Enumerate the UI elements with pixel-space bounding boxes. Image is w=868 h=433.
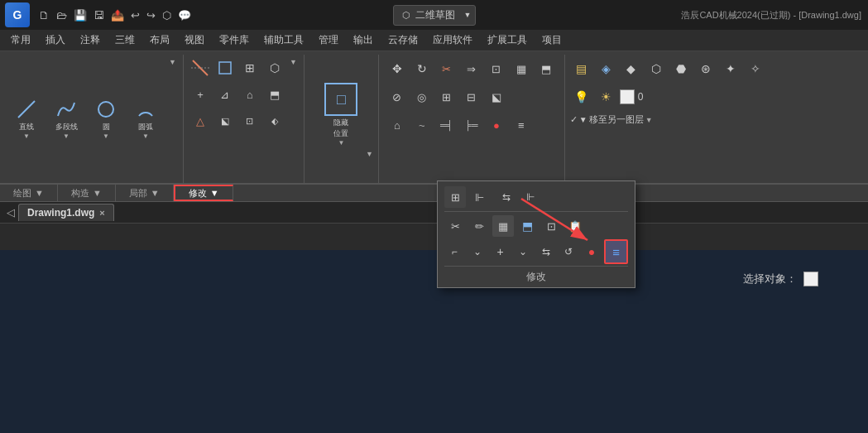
tool-polyline[interactable]: 多段线 ▼ [48, 95, 84, 142]
dd-tool-scissors[interactable]: ✂ [444, 215, 466, 237]
section-draw[interactable]: 绘图▼ [0, 185, 58, 201]
dd-tool-clipboard[interactable]: 📋 [564, 215, 586, 237]
menu-3d[interactable]: 三维 [108, 31, 142, 50]
draw-expand[interactable]: ▼ [167, 56, 178, 68]
layer-dropdown[interactable]: ✓ ▼ 移至另一图层 [570, 113, 644, 126]
tool-m6[interactable]: ▦ [510, 57, 533, 80]
drawing-tab-prev[interactable]: ◁ [3, 204, 18, 220]
dd-header-icon3[interactable]: ⇆ [496, 186, 517, 208]
dd-tool-grid2[interactable]: ⬒ [516, 215, 538, 237]
tool-m11[interactable]: ⊟ [460, 85, 483, 108]
tool-layer-bulb[interactable]: 💡 [570, 85, 593, 108]
tool-line[interactable]: 直线 ▼ [8, 95, 45, 142]
drawing-tab-close[interactable]: × [99, 208, 104, 218]
tool-layer8[interactable]: ✧ [744, 57, 767, 80]
tool-c4[interactable]: ⬒ [263, 83, 286, 106]
dd-tool-plus[interactable]: + [490, 241, 511, 262]
tool-m18[interactable]: ≡ [510, 113, 533, 137]
menu-note[interactable]: 注释 [73, 31, 108, 50]
redo-icon[interactable]: ↪ [144, 7, 158, 23]
tool-layer5[interactable]: ⬣ [669, 57, 693, 80]
menu-parts[interactable]: 零件库 [212, 31, 257, 50]
tool-c7[interactable]: ⊡ [238, 109, 261, 132]
menu-changyong[interactable]: 常用 [3, 31, 38, 50]
tool-construct3[interactable]: ⊞ [238, 56, 261, 79]
layers-icon[interactable]: ⬡ [160, 7, 174, 23]
section-local[interactable]: 局部▼ [116, 185, 174, 201]
tool-trim[interactable]: ✂ [435, 57, 458, 80]
dd-header-icon1[interactable]: ⊞ [444, 186, 466, 208]
dd-tool-corner[interactable]: ⌐ [444, 241, 465, 262]
tool-m13[interactable]: ⌂ [386, 113, 409, 137]
new-icon[interactable]: 🗋 [36, 7, 52, 23]
menu-project[interactable]: 项目 [535, 31, 569, 50]
save-as-icon[interactable]: 🖫 [91, 7, 107, 23]
tool-layer2[interactable]: ◈ [595, 57, 618, 80]
tool-c3[interactable]: ⌂ [238, 83, 261, 106]
drawing-area[interactable] [0, 250, 868, 433]
menu-assist[interactable]: 辅助工具 [257, 31, 311, 50]
tool-construct-line[interactable] [189, 56, 212, 79]
dd-tool-red-circle[interactable]: ● [582, 241, 602, 262]
dd-tool-arrows[interactable]: ⇆ [536, 241, 557, 262]
tool-construct4[interactable]: ⬡ [263, 56, 286, 79]
comment-icon[interactable]: 💬 [175, 7, 194, 23]
expand-hide[interactable]: ▼ [366, 150, 373, 158]
tool-rotate[interactable]: ↻ [410, 57, 434, 80]
open-icon[interactable]: 🗁 [54, 7, 70, 23]
tool-c5[interactable]: △ [189, 109, 212, 132]
tool-layer4[interactable]: ⬡ [645, 57, 668, 80]
tool-arc[interactable]: 圆弧 ▼ [127, 95, 164, 142]
dd-tool-copy[interactable]: ⊡ [540, 215, 562, 237]
dd-tool-pencil[interactable]: ✏ [468, 215, 490, 237]
tool-layer-white[interactable] [620, 89, 635, 104]
section-construct[interactable]: 构造▼ [58, 185, 116, 201]
dd-tool-grid1[interactable]: ▦ [492, 215, 514, 237]
menu-insert[interactable]: 插入 [38, 31, 73, 50]
menu-layout[interactable]: 布局 [142, 31, 177, 50]
tool-c8[interactable]: ⬖ [263, 109, 286, 132]
tool-hide[interactable]: □ 隐藏 位置 ▼ [321, 79, 361, 150]
tool-m17[interactable]: ● [485, 113, 508, 137]
menu-apps[interactable]: 应用软件 [425, 31, 480, 50]
tool-layer3[interactable]: ◆ [620, 57, 643, 80]
expand-construct[interactable]: ▼ [288, 56, 299, 68]
dd-header-icon4[interactable]: ⊩ [520, 186, 541, 208]
dd-tool-down2[interactable]: ⌄ [513, 241, 534, 262]
save-icon[interactable]: 💾 [71, 7, 89, 23]
tool-m15[interactable]: ═╡ [435, 113, 458, 137]
menu-cloud[interactable]: 云存储 [381, 31, 425, 50]
tool-layer-sun[interactable]: ☀ [595, 85, 618, 108]
menu-output[interactable]: 输出 [346, 31, 381, 50]
menu-extend[interactable]: 扩展工具 [480, 31, 535, 50]
workspace-dropdown[interactable]: ⬡ 二维草图 ▼ [393, 5, 476, 26]
tool-m9[interactable]: ◎ [410, 85, 434, 108]
tool-layer6[interactable]: ⊛ [694, 57, 717, 80]
tool-m12[interactable]: ⬕ [485, 85, 508, 108]
tool-circle[interactable]: 圆 ▼ [88, 95, 124, 142]
tool-m10[interactable]: ⊞ [435, 85, 458, 108]
section-modify[interactable]: 修改▼ [174, 185, 233, 201]
dd-header-icon2[interactable]: ⊩ [468, 186, 490, 208]
tool-c1[interactable]: + [189, 83, 212, 106]
tool-m16[interactable]: ╞═ [460, 113, 483, 137]
tool-c6[interactable]: ⬕ [213, 109, 237, 132]
drawing-tab-drawing1[interactable]: Drawing1.dwg × [18, 204, 114, 221]
tool-move[interactable]: ✥ [386, 57, 409, 80]
tool-m7[interactable]: ⬒ [535, 57, 558, 80]
dd-tool-undo[interactable]: ↺ [559, 241, 579, 262]
dd-tool-down1[interactable]: ⌄ [468, 241, 488, 262]
tool-layer1[interactable]: ▤ [570, 57, 593, 80]
tool-scale[interactable]: ⊡ [485, 57, 508, 80]
tool-m8[interactable]: ⊘ [386, 85, 409, 108]
tool-extend[interactable]: ⇒ [460, 57, 483, 80]
menu-manage[interactable]: 管理 [311, 31, 346, 50]
tool-c2[interactable]: ⊿ [213, 83, 237, 106]
export-icon[interactable]: 📤 [108, 7, 127, 23]
tool-layer7[interactable]: ✦ [719, 57, 742, 80]
menu-view[interactable]: 视图 [177, 31, 212, 50]
tool-offset[interactable] [213, 56, 237, 79]
undo-icon[interactable]: ↩ [128, 7, 142, 23]
dd-tool-lines-highlighted[interactable]: ≡ [604, 239, 628, 264]
app-logo[interactable]: G [5, 2, 30, 27]
